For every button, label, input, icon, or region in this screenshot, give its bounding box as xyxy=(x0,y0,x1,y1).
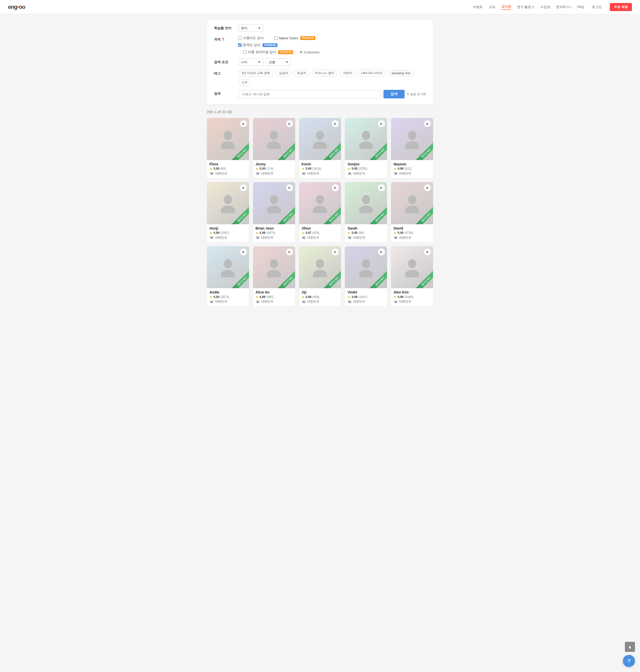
tutor-card[interactable]: ▶ Hunji ★ 4.99 (1987) 🇰🇷 대한민국 xyxy=(207,182,249,243)
play-button[interactable]: ▶ xyxy=(240,248,247,255)
tags-content: 3년 이상의 교육 경력상급자초급자비즈니스 영어어린이Let's Go 시리즈… xyxy=(238,70,426,86)
tutor-info: Sarah ★ 5.00 (94) 🇰🇷 대한민국 xyxy=(345,224,387,243)
tutor-card[interactable]: ▶ Andie ★ 5.00 (2573) 🇰🇷 대한민국 xyxy=(207,246,249,307)
play-button[interactable]: ▶ xyxy=(378,120,385,127)
tutor-info: David ★ 5.00 (4726) 🇰🇷 대한민국 xyxy=(391,224,433,243)
tutor-card[interactable]: ▶ Sonjoo ★ 5.00 (3255) 🇰🇷 대한민국 xyxy=(345,118,387,178)
language-select[interactable]: 영어 일본어 중국어 xyxy=(238,25,263,32)
tutor-image-wrap: ▶ xyxy=(345,118,387,160)
flag-icon: 🇰🇷 xyxy=(393,236,398,239)
age-select[interactable]: 나이 xyxy=(238,58,263,66)
tutor-name: Kevin xyxy=(302,162,339,166)
tags-row: 태그 3년 이상의 교육 경력상급자초급자비즈니스 영어어린이Let's Go … xyxy=(214,70,426,86)
customize-button[interactable]: ⚙ Customize xyxy=(300,50,319,54)
tag-button[interactable]: 초급자 xyxy=(294,70,309,76)
star-icon: ★ xyxy=(209,295,213,299)
play-button[interactable]: ▶ xyxy=(286,184,293,191)
tutor-card[interactable]: ▶ Flora ★ 5.00 (60) 🇰🇷 대한민국 xyxy=(207,118,249,178)
tutor-card[interactable]: ▶ Nayeon ★ 4.99 (831) 🇰🇷 대한민국 xyxy=(391,118,433,178)
country-name: 대한민국 xyxy=(307,236,319,240)
tutor-name: Nayeon xyxy=(393,162,431,166)
tutor-card[interactable]: ▶ Alice An ★ 4.98 (995) 🇰🇷 대한민국 xyxy=(253,246,295,307)
tutor-name: Alex Kim xyxy=(393,290,431,294)
reset-button[interactable]: ✕ 설정 초기화 xyxy=(407,92,426,97)
tutor-info: Jihun ★ 4.97 (620) 🇰🇷 대한민국 xyxy=(299,224,341,243)
tutor-card[interactable]: ▶ Kevin ★ 5.00 (1810) 🇰🇷 대한민국 xyxy=(299,118,341,178)
tutors-grid: ▶ Flora ★ 5.00 (60) 🇰🇷 대한민국 ▶ xyxy=(207,118,433,307)
nav-courses[interactable]: 수강권 xyxy=(540,5,550,9)
standard-checkbox-item[interactable]: 스탠다드 강사 xyxy=(238,36,264,40)
tutor-card[interactable]: ▶ Sarah ★ 5.00 (94) 🇰🇷 대한민국 xyxy=(345,182,387,243)
play-button[interactable]: ▶ xyxy=(424,248,431,255)
star-icon: ★ xyxy=(347,167,350,171)
rating-value: 5.00 xyxy=(214,295,219,299)
nav-blog[interactable]: 엔구 블로그 xyxy=(517,5,535,9)
tag-button[interactable]: 상급자 xyxy=(276,70,291,76)
nav-signup-button[interactable]: 무료 체험 xyxy=(610,3,632,11)
nav-events[interactable]: 이벤트 xyxy=(473,5,483,9)
tutor-info: Hunji ★ 4.99 (1987) 🇰🇷 대한민국 xyxy=(207,224,249,243)
native-checkbox[interactable] xyxy=(274,36,278,40)
tutor-card[interactable]: ▶ Brian Jeon ★ 4.99 (4873) 🇰🇷 대한민국 xyxy=(253,182,295,243)
gender-select[interactable]: 성별 xyxy=(266,58,291,66)
flag-icon: 🇰🇷 xyxy=(347,171,352,175)
tutor-card[interactable]: ▶ Jihun ★ 4.97 (620) 🇰🇷 대한민국 xyxy=(299,182,341,243)
tag-button[interactable]: Speaking Test xyxy=(388,70,414,76)
nav-faq[interactable]: FAQ xyxy=(577,5,584,9)
tutor-name: Flora xyxy=(209,162,247,166)
tutor-card[interactable]: ▶ Jenny ★ 5.00 (174) 🇰🇷 대한민국 xyxy=(253,118,295,178)
country-name: 대한민국 xyxy=(353,236,365,240)
tutor-country: 🇰🇷 대한민국 xyxy=(209,236,247,240)
search-button[interactable]: 검색 xyxy=(383,90,405,98)
country-name: 대한민국 xyxy=(399,171,411,176)
tutor-info: Flora ★ 5.00 (60) 🇰🇷 대한민국 xyxy=(207,160,249,178)
logo[interactable]: engoo xyxy=(8,4,25,10)
tag-button[interactable]: Let's Go 시리즈 xyxy=(358,70,386,76)
play-button[interactable]: ▶ xyxy=(240,120,247,127)
rating-value: 4.99 xyxy=(214,231,219,235)
nav-tutors[interactable]: 강사전 xyxy=(501,4,511,10)
flag-icon: 🇰🇷 xyxy=(302,300,306,304)
play-button[interactable]: ▶ xyxy=(286,248,293,255)
tutor-card[interactable]: ▶ Alex Kim ★ 4.99 (3480) 🇰🇷 대한민국 xyxy=(391,246,433,307)
svg-point-28 xyxy=(408,259,416,268)
nav-lessons[interactable]: 교재 xyxy=(489,5,495,9)
korean-tutor-ribbon xyxy=(229,268,249,288)
rating-value: 4.99 xyxy=(260,231,265,235)
play-button[interactable]: ▶ xyxy=(424,184,431,191)
search-conditions-label: 검색 조건 xyxy=(214,58,234,64)
tutor-card[interactable]: ▶ David ★ 5.00 (4726) 🇰🇷 대한민국 xyxy=(391,182,433,243)
tutor-rating: ★ 5.00 (60) xyxy=(209,167,247,171)
tutor-info: Violet ★ 4.99 (1937) 🇰🇷 대한민국 xyxy=(345,288,387,306)
other-checkbox-item[interactable]: 다른 프리미엄 강사 PREMIUM xyxy=(243,50,293,54)
other-checkbox[interactable] xyxy=(243,50,247,54)
rating-count: (4726) xyxy=(405,231,413,235)
tutor-name: Andie xyxy=(209,290,247,294)
play-button[interactable]: ▶ xyxy=(378,184,385,191)
tag-button[interactable]: 어린이 xyxy=(340,70,355,76)
native-checkbox-item[interactable]: Native Tutors PREMIUM xyxy=(274,36,316,40)
tutor-card[interactable]: ▶ Violet ★ 4.99 (1937) 🇰🇷 대한민국 xyxy=(345,246,387,307)
svg-point-8 xyxy=(408,131,416,140)
flag-icon: 🇰🇷 xyxy=(209,236,214,239)
play-button[interactable]: ▶ xyxy=(378,248,385,255)
tutor-card[interactable]: ▶ Jiji ★ 4.99 (659) 🇰🇷 대한민국 xyxy=(299,246,341,307)
play-button[interactable]: ▶ xyxy=(332,248,339,255)
tag-button[interactable]: 3년 이상의 교육 경력 xyxy=(238,70,273,76)
nav-contact[interactable]: 문의하기 ▾ xyxy=(556,5,571,9)
rating-count: (60) xyxy=(220,167,226,171)
tag-button[interactable]: 신규 xyxy=(238,79,251,86)
tag-button[interactable]: 비즈니스 영어 xyxy=(312,70,337,76)
nav-login[interactable]: 로그인 xyxy=(592,5,602,9)
other-label: 다른 프리미엄 강사 xyxy=(248,50,276,54)
korean-checkbox-item[interactable]: 한국인 강사 PREMIUM xyxy=(238,43,426,47)
search-input[interactable] xyxy=(238,90,380,98)
rating-count: (3255) xyxy=(359,167,367,171)
korean-checkbox[interactable] xyxy=(238,43,242,47)
play-button[interactable]: ▶ xyxy=(286,120,293,127)
play-button[interactable]: ▶ xyxy=(240,184,247,191)
tutor-image-wrap: ▶ xyxy=(299,246,341,289)
play-button[interactable]: ▶ xyxy=(424,120,431,127)
standard-checkbox[interactable] xyxy=(238,36,242,40)
tutor-rating: ★ 4.99 (659) xyxy=(302,295,339,299)
